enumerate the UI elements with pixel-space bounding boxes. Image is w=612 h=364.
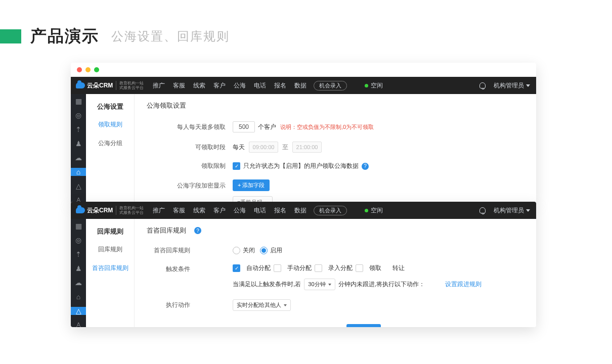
side-header: 回库规则 [86, 223, 134, 240]
status: 空闲 [365, 81, 383, 90]
rail-recycle-icon[interactable]: △ [74, 182, 82, 190]
close-icon[interactable] [77, 67, 82, 72]
logo-text: 云朵CRM [87, 81, 113, 90]
bell-icon[interactable] [479, 82, 486, 88]
nav-item[interactable]: 数据 [294, 81, 307, 90]
label-action: 执行动作 [147, 301, 197, 309]
label-limit: 领取限制 [147, 162, 233, 170]
topbar: 云朵CRM 教育机构一站式服务云平台 推广 客服 线索 客户 公海 电话 报名 … [71, 202, 536, 219]
logo-text: 云朵CRM [87, 206, 113, 215]
time-sep: 至 [282, 143, 288, 152]
checkbox-checked[interactable]: ✓ [233, 162, 240, 170]
side-item[interactable]: 公海分组 [86, 134, 134, 153]
radio-off-label: 关闭 [243, 246, 255, 255]
panel-huiku: 云朵CRM 教育机构一站式服务云平台 推广 客服 线索 客户 公海 电话 报名 … [71, 202, 536, 327]
side-item[interactable]: 领取规则 [86, 115, 134, 134]
action-select[interactable]: 实时分配给其他人 [233, 299, 291, 311]
rail-home-icon[interactable]: ⌂ [74, 293, 82, 301]
pill-button[interactable]: 机会录入 [314, 206, 347, 215]
side-column: 公海设置 领取规则 公海分组 [86, 94, 135, 204]
content: 公海领取设置 每人每天最多领取 个客户 说明：空或负值为不限制,0为不可领取 可… [135, 94, 536, 204]
status-dot-icon [365, 84, 368, 87]
chevron-down-icon [526, 209, 530, 212]
rail-cloud-icon[interactable]: ☁ [74, 279, 82, 287]
rail-cloud-icon[interactable]: ☁ [74, 154, 82, 162]
help-icon[interactable]: ? [362, 163, 369, 170]
rail-chart-icon[interactable]: ⇡ [74, 250, 82, 258]
save-button[interactable]: 保存 [346, 324, 381, 327]
time-to-input[interactable] [292, 142, 322, 153]
max-note: 说明：空或负值为不限制,0为不可领取 [280, 123, 374, 131]
radio-off[interactable] [233, 247, 240, 254]
topnav: 推广 客服 线索 客户 公海 电话 报名 数据 [153, 81, 307, 90]
nav-item[interactable]: 客户 [213, 206, 226, 215]
nav-item[interactable]: 电话 [254, 81, 266, 90]
nav-item[interactable]: 线索 [193, 81, 205, 90]
help-icon[interactable]: ? [194, 227, 201, 234]
radio-on-label: 启用 [270, 246, 282, 255]
chevron-down-icon [328, 284, 331, 286]
accent-bar [0, 29, 21, 43]
rail-shield-icon[interactable]: ◎ [74, 236, 82, 244]
cloud-icon [76, 207, 85, 213]
nav-item[interactable]: 电话 [254, 206, 266, 215]
nav-item[interactable]: 报名 [274, 81, 286, 90]
max-unit: 个客户 [258, 123, 276, 131]
nav-item[interactable]: 报名 [274, 206, 286, 215]
bell-icon[interactable] [479, 207, 486, 213]
side-item[interactable]: 首咨回库规则 [86, 259, 134, 278]
nav-item[interactable]: 客户 [213, 81, 226, 90]
logo-subtext: 教育机构一站式服务云平台 [116, 206, 144, 215]
rail-user-icon[interactable]: ♟ [74, 264, 82, 272]
checkbox[interactable] [356, 264, 363, 272]
window-controls [71, 63, 536, 77]
checkbox[interactable]: ✓ [233, 264, 240, 272]
rail-shield-icon[interactable]: ◎ [74, 111, 82, 119]
topnav: 推广 客服 线索 客户 公海 电话 报名 数据 [153, 206, 307, 215]
nav-item[interactable]: 公海 [234, 206, 246, 215]
trigger-tail: 分钟内未跟进,将执行以下动作： [338, 280, 425, 289]
icon-rail: ▦ ◎ ⇡ ♟ ☁ ⌂ △ ♙ [71, 94, 86, 204]
label-rule: 首咨回库规则 [147, 246, 197, 255]
checkbox[interactable] [315, 264, 322, 272]
max-input[interactable] [233, 121, 255, 132]
user-menu[interactable]: 机构管理员 [494, 81, 530, 90]
rail-grid-icon[interactable]: ▦ [74, 222, 82, 230]
add-field-button[interactable]: + 添加字段 [233, 179, 270, 191]
content: 首咨回库规则 ? 首咨回库规则 关闭 启用 触发条件 ✓自动 [135, 219, 536, 327]
user-menu[interactable]: 机构管理员 [494, 206, 530, 215]
chevron-down-icon [526, 84, 530, 87]
limit-text: 只允许状态为【启用】的用户领取公海数据 [243, 162, 359, 170]
label-trigger: 触发条件 [147, 264, 197, 274]
pill-button[interactable]: 机会录入 [314, 81, 347, 90]
status: 空闲 [365, 206, 383, 215]
nav-item[interactable]: 客服 [173, 206, 185, 215]
radio-on[interactable] [260, 247, 268, 254]
duration-select[interactable]: 30分钟 [304, 279, 335, 290]
nav-item[interactable]: 数据 [294, 206, 307, 215]
minimize-icon[interactable] [85, 67, 91, 72]
setup-rule-link[interactable]: 设置跟进规则 [445, 280, 482, 289]
nav-item[interactable]: 客服 [173, 81, 185, 90]
label-time: 可领取时段 [147, 143, 233, 152]
slide-title: 产品演示 [30, 25, 99, 48]
rail-chart-icon[interactable]: ⇡ [74, 125, 82, 133]
nav-item[interactable]: 线索 [193, 206, 205, 215]
rail-home-icon[interactable]: ⌂ [71, 168, 86, 176]
zoom-icon[interactable] [94, 67, 99, 72]
nav-item[interactable]: 推广 [153, 206, 165, 215]
rail-person-icon[interactable]: ♙ [74, 321, 82, 327]
nav-item[interactable]: 推广 [153, 81, 165, 90]
logo: 云朵CRM 教育机构一站式服务云平台 [76, 206, 144, 215]
logo: 云朵CRM 教育机构一站式服务云平台 [76, 81, 144, 90]
logo-subtext: 教育机构一站式服务云平台 [116, 81, 144, 90]
rail-user-icon[interactable]: ♟ [74, 140, 82, 148]
nav-item[interactable]: 公海 [234, 81, 246, 90]
rail-grid-icon[interactable]: ▦ [74, 97, 82, 105]
section-title: 首咨回库规则 ? [147, 226, 524, 235]
rail-recycle-icon[interactable]: △ [71, 307, 86, 315]
panel-gonghai: 云朵CRM 教育机构一站式服务云平台 推广 客服 线索 客户 公海 电话 报名 … [71, 63, 536, 204]
checkbox[interactable] [274, 264, 281, 272]
time-from-input[interactable] [249, 142, 278, 153]
side-item[interactable]: 回库规则 [86, 240, 134, 259]
